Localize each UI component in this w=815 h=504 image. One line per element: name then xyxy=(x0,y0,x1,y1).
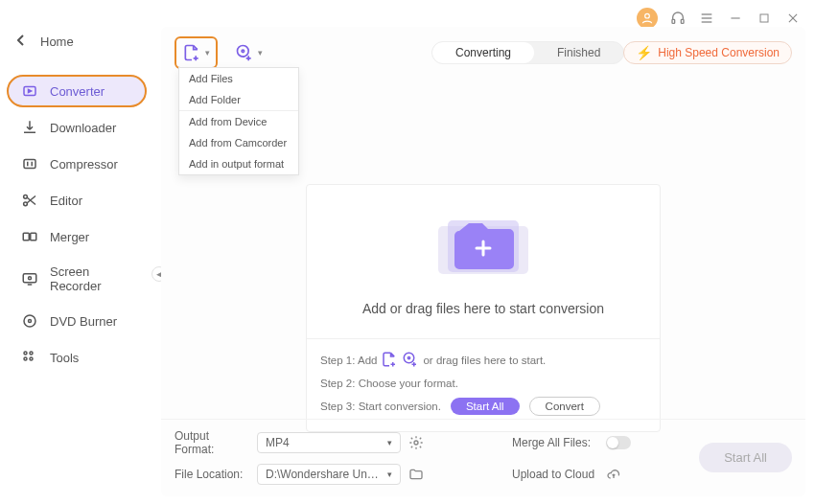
home-row[interactable]: Home xyxy=(0,27,153,57)
output-format-value: MP4 xyxy=(266,436,290,449)
minimize-button[interactable] xyxy=(727,10,744,27)
dropdown-item-add-files[interactable]: Add Files xyxy=(179,68,298,89)
chevron-down-icon: ▾ xyxy=(205,48,210,57)
step3-label: Step 3: Start conversion. xyxy=(320,401,441,412)
add-file-button[interactable]: ▾ xyxy=(175,36,218,69)
compressor-icon xyxy=(21,155,38,172)
drop-area[interactable]: Add or drag files here to start conversi… xyxy=(306,184,661,432)
svg-point-0 xyxy=(645,13,650,18)
step-3: Step 3: Start conversion. Start All Conv… xyxy=(320,395,646,418)
cloud-icon[interactable] xyxy=(606,467,621,482)
file-location-value: D:\Wondershare UniConverter 1 xyxy=(266,468,381,481)
svg-point-29 xyxy=(408,356,410,358)
dropdown-item-add-folder[interactable]: Add Folder xyxy=(179,89,298,110)
chevron-left-icon xyxy=(17,34,27,49)
step1-suffix: or drag files here to start. xyxy=(423,355,546,366)
tab-segment: Converting Finished xyxy=(431,41,624,64)
bottom-bar: Output Format: MP4 ▾ Merge All Files: St… xyxy=(161,419,805,496)
upload-cloud-label: Upload to Cloud xyxy=(512,468,598,481)
folder-icon xyxy=(431,207,536,284)
svg-point-19 xyxy=(29,320,32,323)
sidebar-item-downloader[interactable]: Downloader xyxy=(8,112,146,143)
home-label: Home xyxy=(40,34,74,49)
drop-visual: Add or drag files here to start conversi… xyxy=(307,185,660,338)
svg-point-28 xyxy=(405,353,415,363)
sidebar-item-label: Tools xyxy=(50,351,79,365)
headset-icon[interactable] xyxy=(669,10,687,27)
merge-all-toggle[interactable] xyxy=(606,436,631,449)
svg-point-25 xyxy=(242,50,244,53)
svg-point-30 xyxy=(414,441,418,445)
steps: Step 1: Add or drag files here to start.… xyxy=(307,338,660,431)
svg-rect-1 xyxy=(672,19,675,23)
high-speed-conversion-button[interactable]: ⚡ High Speed Conversion xyxy=(623,41,792,64)
chevron-down-icon: ▾ xyxy=(258,48,263,57)
sidebar-item-screen-recorder[interactable]: Screen Recorder xyxy=(8,258,146,300)
sidebar-item-editor[interactable]: Editor xyxy=(8,185,146,216)
step1-prefix: Step 1: Add xyxy=(320,355,377,366)
svg-point-22 xyxy=(24,357,27,360)
start-all-button[interactable]: Start All xyxy=(451,398,520,415)
start-all-main-button[interactable]: Start All xyxy=(699,443,792,472)
svg-point-23 xyxy=(30,357,33,360)
svg-point-21 xyxy=(30,352,33,355)
svg-rect-11 xyxy=(24,160,35,169)
disc-icon xyxy=(21,312,38,330)
sidebar-item-converter[interactable]: Converter xyxy=(7,75,147,107)
svg-rect-2 xyxy=(681,19,684,23)
sidebar-item-compressor[interactable]: Compressor xyxy=(8,149,146,179)
sidebar-item-label: Converter xyxy=(50,84,105,99)
scissors-icon xyxy=(21,192,38,209)
avatar-icon[interactable] xyxy=(637,8,658,29)
svg-point-20 xyxy=(24,352,27,355)
tab-finished[interactable]: Finished xyxy=(534,42,623,63)
menu-icon[interactable] xyxy=(698,10,715,27)
bolt-icon: ⚡ xyxy=(636,45,652,60)
sidebar-item-label: DVD Burner xyxy=(50,314,117,329)
svg-rect-7 xyxy=(760,14,768,22)
dropdown-item-add-from-camcorder[interactable]: Add from Camcorder xyxy=(179,132,298,153)
sidebar-item-tools[interactable]: Tools xyxy=(8,342,146,373)
sidebar-item-dvd-burner[interactable]: DVD Burner xyxy=(8,306,146,336)
high-speed-label: High Speed Conversion xyxy=(658,46,780,59)
step-1: Step 1: Add or drag files here to start. xyxy=(320,349,646,372)
chevron-down-icon: ▾ xyxy=(387,470,392,479)
sidebar-item-label: Screen Recorder xyxy=(50,264,132,293)
tab-converting[interactable]: Converting xyxy=(432,42,534,63)
screen-recorder-icon xyxy=(21,270,38,287)
step-2: Step 2: Choose your format. xyxy=(320,372,646,395)
svg-rect-14 xyxy=(23,233,29,241)
close-button[interactable] xyxy=(784,10,802,27)
open-folder-icon[interactable] xyxy=(408,467,424,482)
svg-rect-15 xyxy=(31,233,36,241)
maximize-button[interactable] xyxy=(756,10,773,27)
svg-point-24 xyxy=(238,46,249,57)
sidebar-item-label: Editor xyxy=(50,194,82,208)
dropdown-item-add-from-device[interactable]: Add from Device xyxy=(179,110,298,132)
sidebar-item-merger[interactable]: Merger xyxy=(8,221,146,252)
output-format-select[interactable]: MP4 ▾ xyxy=(257,432,401,453)
merger-icon xyxy=(21,228,38,245)
convert-button[interactable]: Convert xyxy=(529,397,600,416)
svg-rect-16 xyxy=(23,274,36,283)
sidebar-item-label: Merger xyxy=(50,230,89,244)
dropdown-item-add-in-output-format[interactable]: Add in output format xyxy=(179,153,298,174)
output-format-label: Output Format: xyxy=(175,429,249,456)
add-file-icon[interactable] xyxy=(381,351,398,370)
converter-icon xyxy=(21,82,38,100)
tools-icon xyxy=(21,349,38,366)
drop-title: Add or drag files here to start conversi… xyxy=(362,301,604,316)
add-dropdown-menu: Add Files Add Folder Add from Device Add… xyxy=(178,67,299,175)
add-disc-icon[interactable] xyxy=(402,351,419,370)
svg-point-18 xyxy=(24,315,35,327)
sidebar-item-label: Compressor xyxy=(50,157,118,172)
sidebar-item-label: Downloader xyxy=(50,121,116,135)
file-location-select[interactable]: D:\Wondershare UniConverter 1 ▾ xyxy=(257,464,401,485)
add-disc-button[interactable]: ▾ xyxy=(229,38,268,67)
settings-gear-icon[interactable] xyxy=(408,435,424,450)
chevron-down-icon: ▾ xyxy=(387,438,392,447)
file-location-label: File Location: xyxy=(175,468,249,481)
download-icon xyxy=(21,119,38,136)
merge-all-label: Merge All Files: xyxy=(512,436,598,449)
svg-point-17 xyxy=(29,277,32,280)
